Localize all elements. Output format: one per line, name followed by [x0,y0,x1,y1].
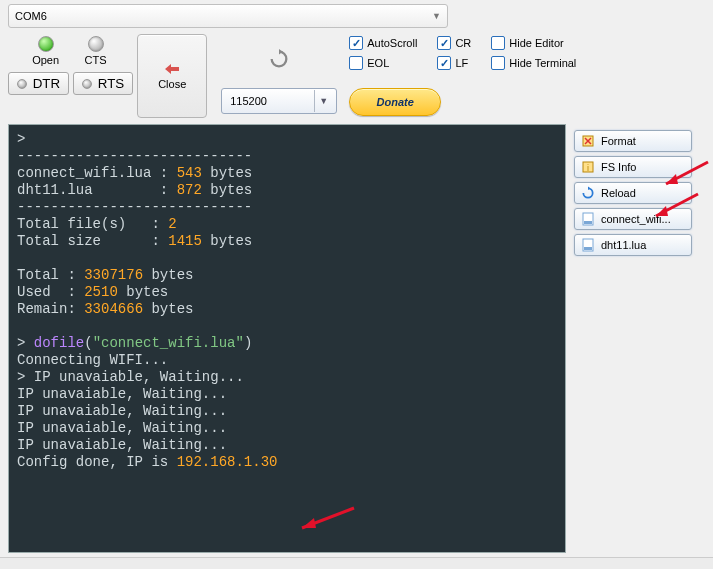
eol-checkbox[interactable]: EOL [349,56,417,70]
autoscroll-checkbox[interactable]: ✓ AutoScroll [349,36,417,50]
status-bar [0,557,713,569]
dtr-label: DTR [33,76,60,91]
svg-rect-8 [584,247,592,250]
close-label: Close [158,78,186,90]
format-label: Format [601,135,636,147]
hide-editor-label: Hide Editor [509,37,563,49]
refresh-icon [268,48,290,70]
com-port-select[interactable]: COM6 ▼ [8,4,448,28]
reload-icon [581,186,595,200]
file-connect-wifi-label: connect_wifi... [601,213,671,225]
open-button[interactable]: Open [23,34,69,68]
svg-text:i: i [587,163,589,173]
lua-file-icon [581,212,595,226]
svg-rect-6 [584,221,592,224]
rts-button[interactable]: RTS [73,72,133,95]
format-icon [581,134,595,148]
lua-file-icon [581,238,595,252]
cr-checkbox[interactable]: ✓ CR [437,36,471,50]
close-button[interactable]: Close [137,34,207,118]
baud-value: 115200 [230,95,267,107]
hide-terminal-label: Hide Terminal [509,57,576,69]
sidebar: Format i FS Info Reload connect_wifi... [572,124,713,553]
chevron-down-icon: ▼ [432,11,441,21]
donate-label: Donate [377,96,414,108]
format-button[interactable]: Format [574,130,692,152]
baud-select[interactable]: 115200 ▼ [221,88,337,114]
lf-checkbox[interactable]: ✓ LF [437,56,471,70]
cts-label: CTS [85,54,107,66]
refresh-button[interactable] [268,34,290,84]
hide-terminal-checkbox[interactable]: Hide Terminal [491,56,576,70]
donate-button[interactable]: Donate [349,88,441,116]
hide-editor-checkbox[interactable]: Hide Editor [491,36,576,50]
autoscroll-label: AutoScroll [367,37,417,49]
rts-label: RTS [98,76,124,91]
checkbox-unchecked-icon [349,56,363,70]
chevron-down-icon: ▼ [314,90,332,112]
checkbox-unchecked-icon [491,36,505,50]
file-dht11-label: dht11.lua [601,239,646,251]
fsinfo-icon: i [581,160,595,174]
reload-label: Reload [601,187,636,199]
open-label: Open [32,54,59,66]
checkbox-unchecked-icon [491,56,505,70]
fsinfo-label: FS Info [601,161,636,173]
checkbox-checked-icon: ✓ [437,36,451,50]
led-green-icon [38,36,54,52]
close-icon [163,62,181,76]
file-dht11-button[interactable]: dht11.lua [574,234,692,256]
file-connect-wifi-button[interactable]: connect_wifi... [574,208,692,230]
cr-label: CR [455,37,471,49]
lf-label: LF [455,57,468,69]
reload-button[interactable]: Reload [574,182,692,204]
fsinfo-button[interactable]: i FS Info [574,156,692,178]
cts-indicator: CTS [73,34,119,68]
checkbox-checked-icon: ✓ [349,36,363,50]
checkbox-checked-icon: ✓ [437,56,451,70]
eol-label: EOL [367,57,389,69]
terminal-output[interactable]: > ---------------------------- connect_w… [9,125,565,552]
dtr-button[interactable]: DTR [8,72,69,95]
com-port-value: COM6 [15,10,47,22]
led-grey-icon [88,36,104,52]
